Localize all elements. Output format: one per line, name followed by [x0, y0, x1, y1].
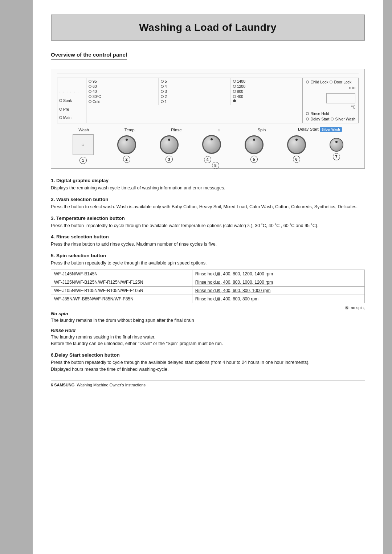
rinse-hold-heading: Rinse Hold: [51, 328, 365, 333]
rinse-col: 5 4 3 2 1: [159, 78, 231, 105]
display-box: [326, 93, 355, 103]
footer: 6 SAMSUNG Washing Machine Owner's Instru…: [51, 380, 365, 387]
model-cell: WF-J85N/WF-B85N/WF-R85N/WF-F85N: [51, 295, 192, 303]
knob-wash[interactable]: [117, 135, 136, 154]
knob-num-2: 2: [123, 156, 130, 163]
item5-heading: 5. Spin selection button: [51, 253, 365, 258]
knob-silver[interactable]: [330, 138, 343, 152]
item1-text: Displays the remaining wash cycle time,a…: [51, 185, 365, 192]
knobs-section: Wash Temp. Rinse ☺ Spin Delay Start Silv…: [57, 127, 359, 164]
item6-text: Press the button repeatedly to cycle thr…: [51, 359, 365, 373]
item3-heading: 3. Temperature selection button: [51, 216, 365, 221]
knob-label-spin: Spin: [252, 128, 271, 132]
no-spin-section: No spin The laundry remains in the drum …: [51, 311, 365, 324]
main-circle: [59, 116, 62, 119]
knob-label-center: ☺: [213, 128, 225, 132]
knob-label-wash: Wash: [74, 128, 94, 132]
control-panel-diagram: placeholder · · · · · · Soak Pre Main: [51, 69, 365, 169]
table-row: WF-J125N/WF-B125N/WF-R125N/WF-F125N Rins…: [51, 278, 365, 286]
knob-num-4: 4: [204, 156, 211, 163]
knob-rinse[interactable]: [202, 135, 221, 154]
section-item-2: 2. Wash selection button Press the butto…: [51, 197, 365, 210]
display-screen: □: [73, 134, 94, 155]
panel-left-col: placeholder · · · · · · Soak Pre Main: [57, 78, 86, 123]
no-spin-symbol: ⊠: no spin,: [51, 305, 365, 310]
rinse-hold-text1: The laundry remains soaking in the final…: [51, 334, 365, 341]
item3-text: Press the button repeatedly to cycle thr…: [51, 222, 365, 229]
rinse-hold-section: Rinse Hold The laundry remains soaking i…: [51, 328, 365, 348]
item4-text: Press the rinse button to add rinse cycl…: [51, 241, 365, 248]
panel-right-box: Child Lock Door Lock min ℃ Rinse Hold De…: [303, 78, 359, 123]
knobs-row: □ 1 2 3: [57, 134, 359, 164]
section-item-4: 4. Rinse selection button Press the rins…: [51, 234, 365, 248]
no-spin-heading: No spin: [51, 311, 365, 316]
no-spin-text: The laundry remains in the drum without …: [51, 317, 365, 324]
pre-indicator: Pre: [59, 107, 84, 112]
table-row: WF-J105N/WF-B105N/WF-R105N/WF-F105N Rins…: [51, 286, 365, 295]
pre-circle: [59, 108, 62, 111]
temp-col: 95 60 40 30°C Cold: [86, 78, 159, 105]
knob-wrap-3: 3: [160, 135, 179, 163]
knob-wrap-6: 6: [287, 135, 306, 163]
page-title-box: Washing a Load of Laundry: [51, 15, 365, 41]
knob-labels-row: Wash Temp. Rinse ☺ Spin Delay Start Silv…: [57, 127, 359, 132]
table-row: WF-J145N/WF-B145N Rinse hold,⊠, 400, 800…: [51, 270, 365, 278]
item2-text: Press the button to select wash. Wash is…: [51, 204, 365, 210]
left-sidebar-bar: [0, 0, 33, 554]
spin-col: 1400 1200 800 400: [231, 78, 303, 105]
knob-wrap-2: 2: [117, 135, 136, 163]
model-cell: WF-J125N/WF-B125N/WF-R125N/WF-F125N: [51, 278, 192, 286]
display-knob-wrap: □ 1: [73, 134, 94, 164]
page-title: Washing a Load of Laundry: [59, 22, 357, 33]
knob-num-6: 6: [293, 156, 300, 163]
model-cell: WF-J145N/WF-B145N: [51, 270, 192, 278]
section-item-5: 5. Spin selection button Press the butto…: [51, 253, 365, 347]
knob-num-1: 1: [79, 157, 87, 164]
speeds-cell: Rinse hold,⊠, 400, 800, 1000, 1200 rpm: [192, 278, 364, 286]
knob-num-7: 7: [333, 153, 340, 160]
knob-label-rinse: Rinse: [166, 128, 186, 132]
knob-dot-4: [211, 138, 213, 140]
item5-text: Press the button repeatedly to cycle thr…: [51, 260, 365, 267]
section-item-3: 3. Temperature selection button Press th…: [51, 216, 365, 229]
panel-middle-indicators: 95 60 40 30°C Cold 5 4 3 2 1 1400: [86, 78, 303, 123]
table-row: WF-J85N/WF-B85N/WF-R85N/WF-F85N Rinse ho…: [51, 295, 365, 303]
knob-spin[interactable]: [245, 135, 264, 154]
speeds-cell: Rinse hold,⊠, 400, 600, 800, 1000 rpm: [192, 286, 364, 295]
section-heading: Overview of the control panel: [51, 52, 127, 59]
silver-wash-badge: Silver Wash: [320, 127, 342, 132]
rinse-hold-text2: Before the laundry can be unloaded, eith…: [51, 340, 365, 347]
knob-num-8: 8: [212, 162, 219, 169]
knob-wrap-5: 5: [245, 135, 264, 163]
item4-heading: 4. Rinse selection button: [51, 234, 365, 239]
soak-circle: [59, 99, 62, 102]
knob-dot: [126, 139, 128, 141]
item2-heading: 2. Wash selection button: [51, 197, 365, 202]
item1-heading: 1. Digital graphic display: [51, 178, 365, 183]
right-sidebar-bar: [383, 0, 392, 554]
footer-text: 6 SAMSUNG Washing Machine Owner's Instru…: [51, 383, 146, 387]
knob-label-delay: Delay Start Silver Wash: [298, 127, 342, 132]
model-cell: WF-J105N/WF-B105N/WF-R105N/WF-F105N: [51, 286, 192, 295]
knob-dot-3: [168, 139, 170, 141]
knob-delay[interactable]: [287, 135, 306, 154]
main-indicator: Main: [59, 115, 84, 120]
knob-dot-5: [253, 139, 255, 141]
dotted-line: · · · · · ·: [59, 89, 84, 94]
knob-wrap-7: 7: [330, 138, 343, 160]
speeds-cell: Rinse hold,⊠, 400, 600, 800 rpm: [192, 295, 364, 303]
knob-temp[interactable]: [160, 135, 179, 154]
knob-num-5: 5: [250, 156, 258, 163]
knob-dot-6: [295, 139, 298, 141]
spin-table: WF-J145N/WF-B145N Rinse hold,⊠, 400, 800…: [51, 270, 365, 303]
knob-wrap-4: 4 8: [202, 135, 221, 163]
speeds-cell: Rinse hold,⊠, 400, 800, 1200, 1400 rpm: [192, 270, 364, 278]
item6-heading: 6.Delay Start selection button: [51, 352, 365, 358]
soak-indicator: Soak: [59, 98, 84, 103]
section-item-6: 6.Delay Start selection button Press the…: [51, 352, 365, 373]
knob-num-3: 3: [166, 156, 173, 163]
section-item-1: 1. Digital graphic display Displays the …: [51, 178, 365, 192]
knob-label-temp: Temp.: [120, 128, 140, 132]
knob-dot-7: [335, 141, 338, 143]
